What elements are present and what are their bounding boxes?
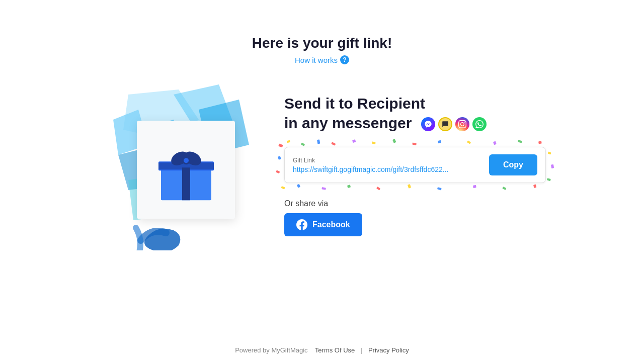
svg-rect-32 [321, 187, 326, 190]
share-via-section: Or share via Facebook [284, 199, 546, 236]
svg-rect-27 [493, 141, 497, 145]
svg-rect-10 [182, 167, 190, 200]
svg-rect-41 [551, 164, 554, 168]
help-icon: ? [340, 55, 349, 64]
svg-rect-19 [317, 139, 320, 144]
gift-link-label: Gift Link [293, 157, 481, 164]
svg-rect-25 [438, 140, 441, 144]
svg-rect-30 [281, 186, 285, 189]
main-content: Send it to Recipient in any messenger [70, 79, 574, 250]
svg-rect-43 [278, 156, 281, 160]
facebook-icon [296, 219, 307, 230]
svg-rect-18 [301, 142, 305, 146]
how-it-works-link[interactable]: How it works ? [252, 55, 392, 64]
facebook-share-button[interactable]: Facebook [284, 213, 362, 236]
page-wrapper: Here is your gift link! How it works ? [0, 0, 644, 362]
svg-rect-40 [548, 151, 551, 154]
send-title: Send it to Recipient in any messenger [284, 94, 546, 133]
svg-rect-28 [518, 140, 522, 143]
footer-divider: | [361, 346, 362, 354]
header: Here is your gift link! How it works ? [252, 35, 392, 64]
svg-rect-31 [297, 184, 300, 188]
svg-rect-29 [538, 141, 542, 144]
svg-rect-42 [547, 178, 551, 181]
gift-link-url: https://swiftgift.gogiftmagic.com/gift/3… [293, 165, 459, 173]
footer: Powered by MyGiftMagic Terms Of Use | Pr… [0, 338, 644, 362]
svg-rect-39 [533, 185, 536, 188]
gift-card [137, 121, 235, 219]
svg-rect-36 [437, 187, 442, 190]
svg-rect-22 [372, 141, 376, 144]
facebook-button-label: Facebook [312, 220, 350, 229]
svg-rect-35 [408, 184, 411, 189]
svg-rect-38 [502, 187, 506, 190]
gift-image-container [98, 79, 254, 250]
share-via-label: Or share via [284, 199, 546, 208]
gift-link-content: Gift Link https://swiftgift.gogiftmagic.… [293, 157, 481, 173]
copy-button[interactable]: Copy [489, 154, 537, 175]
page-title: Here is your gift link! [252, 35, 392, 51]
privacy-policy-link[interactable]: Privacy Policy [368, 346, 409, 354]
send-title-line1: Send it to Recipient [284, 95, 425, 112]
svg-rect-21 [352, 139, 356, 143]
svg-rect-34 [376, 187, 380, 190]
svg-rect-44 [276, 170, 280, 173]
svg-rect-20 [331, 142, 336, 145]
svg-rect-33 [347, 185, 351, 188]
svg-rect-16 [278, 144, 283, 148]
send-section: Send it to Recipient in any messenger [284, 94, 546, 236]
svg-point-15 [184, 158, 189, 163]
powered-by-text: Powered by MyGiftMagic [235, 346, 308, 354]
svg-rect-24 [412, 142, 417, 145]
chat-icon [438, 117, 452, 131]
whatsapp-icon [472, 117, 487, 131]
messenger-icon [421, 117, 435, 131]
messenger-icons [421, 117, 487, 131]
gift-link-box: Gift Link https://swiftgift.gogiftmagic.… [284, 147, 546, 183]
svg-rect-23 [392, 139, 396, 143]
send-title-line2: in any messenger [284, 115, 412, 131]
how-it-works-anchor[interactable]: How it works [295, 56, 338, 64]
instagram-icon [455, 117, 469, 131]
terms-of-use-link[interactable]: Terms Of Use [315, 346, 355, 354]
svg-rect-37 [473, 185, 476, 188]
gift-link-wrapper: Gift Link https://swiftgift.gogiftmagic.… [284, 141, 546, 189]
svg-rect-17 [287, 140, 290, 143]
svg-rect-26 [467, 140, 471, 144]
gift-box-svg [153, 137, 219, 203]
